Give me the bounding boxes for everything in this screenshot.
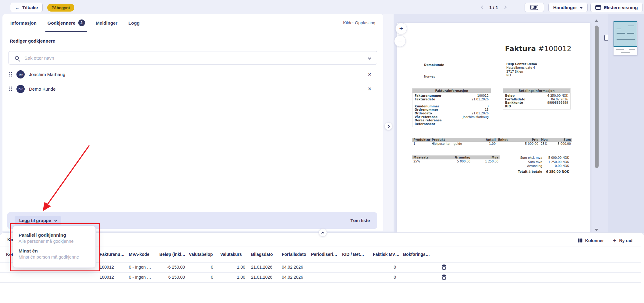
- remove-approver-icon[interactable]: ✕: [368, 86, 372, 92]
- tab-label: Informasjon: [10, 20, 37, 26]
- cell-mva-kode: 0 - Ingen …: [129, 265, 151, 270]
- topbar: ← Tilbake Påbegynt 1 / 1 Handlinger: [0, 0, 644, 14]
- approvers-panel: Informasjon Godkjennere 2 Meldinger Logg…: [2, 14, 383, 231]
- supplier-country: NO: [506, 74, 537, 77]
- invoice-info-box: Fakturainformasjon Fakturanummer100012 F…: [412, 88, 491, 127]
- info-value: 21.01.2026: [472, 112, 489, 115]
- approver-row: JM Joachim Marhaug ✕: [5, 67, 381, 82]
- page-navigation: 1 / 1: [481, 3, 506, 12]
- zoom-in-button[interactable]: +: [395, 23, 407, 34]
- tab-bar: Informasjon Godkjennere 2 Meldinger Logg…: [2, 14, 383, 32]
- search-input[interactable]: [24, 55, 363, 61]
- drag-handle-icon[interactable]: [9, 86, 12, 91]
- option-title: Parallell godkjenning: [19, 232, 90, 238]
- vat-table: Mva-sats Grunnlag Mva 25% 5 000,00 1 250…: [412, 155, 500, 163]
- tab-informasjon[interactable]: Informasjon: [10, 14, 37, 32]
- cell-belop: 6 250,00: [151, 275, 185, 280]
- tab-meldinger[interactable]: Meldinger: [96, 14, 118, 32]
- column-header: Valutakurs: [220, 252, 242, 257]
- info-value: 3: [487, 105, 489, 108]
- invoice-lines-table: Produktnr Produkt Antall Enhet Pris Mva …: [412, 138, 572, 146]
- payment-label: KID: [505, 105, 511, 108]
- info-value: 100012: [477, 94, 489, 98]
- thumbnail-strip: [608, 14, 644, 233]
- cell-forfallsdato: 04.02.2026: [282, 275, 303, 280]
- cell-valutakurs: 1,00: [222, 265, 245, 270]
- scrollbar-thumb[interactable]: [595, 26, 599, 168]
- new-row-button[interactable]: + Ny rad: [613, 238, 632, 243]
- column-header: Forfallsdato: [282, 252, 306, 257]
- customer-country: Norway: [424, 75, 444, 78]
- info-box-title: Fakturainformasjon: [412, 89, 491, 93]
- cell-mva-kode: 0 - Ingen …: [129, 275, 151, 280]
- external-window-icon: [595, 5, 601, 10]
- cell: 5 000,00: [553, 142, 572, 146]
- keyboard-icon: [530, 5, 538, 10]
- info-label: Vår referanse: [415, 115, 437, 119]
- accounting-panel: Kontering Kolonner + Ny rad Kont… Faktur…: [0, 233, 644, 303]
- cell-bilagsdato: 21.01.2026: [251, 265, 272, 270]
- ekstern-visning-label: Ekstern visning: [604, 5, 638, 10]
- delete-row-button[interactable]: [442, 274, 446, 281]
- back-label: Tilbake: [22, 5, 38, 10]
- document-scrollbar: [594, 18, 599, 231]
- columns-button[interactable]: Kolonner: [578, 238, 604, 243]
- scroll-up-icon[interactable]: [595, 19, 598, 22]
- cell: 1 250,00: [472, 159, 500, 163]
- col-header: Produktnr: [412, 138, 430, 142]
- dropdown-option-parallell[interactable]: Parallell godkjenning Alle personer må g…: [13, 230, 95, 246]
- cell-faktisk-mva: 0: [377, 275, 396, 280]
- col-header: Grunnlag: [437, 155, 472, 159]
- approver-name: Demo Kunde: [29, 86, 56, 92]
- option-title: Minst én: [19, 248, 90, 254]
- approver-search: [9, 51, 377, 64]
- delete-row-button[interactable]: [442, 264, 446, 271]
- tab-godkjennere[interactable]: Godkjennere 2: [48, 14, 85, 32]
- zoom-out-button[interactable]: −: [394, 35, 406, 47]
- collapse-panel-button[interactable]: [319, 228, 327, 237]
- cell: 25%: [540, 142, 553, 146]
- payment-value: 99998899999: [547, 101, 568, 105]
- scroll-down-icon[interactable]: [595, 229, 598, 231]
- app-root: ← Tilbake Påbegynt 1 / 1 Handlinger: [0, 0, 644, 303]
- chevron-down-icon[interactable]: [368, 56, 371, 59]
- add-group-button[interactable]: Legg til gruppe: [15, 216, 61, 225]
- ekstern-visning-button[interactable]: Ekstern visning: [590, 3, 643, 12]
- document-viewer: + − Faktura #100012 Demokunde Norway Hel…: [394, 14, 644, 233]
- col-header: Mva: [472, 155, 500, 159]
- trash-icon: [442, 274, 446, 280]
- vat-header-row: Mva-sats Grunnlag Mva: [412, 155, 500, 159]
- keyboard-shortcuts-button[interactable]: [525, 3, 544, 12]
- dropdown-option-minst-en[interactable]: Minst én Minst én person må godkjenne: [13, 246, 95, 262]
- expand-panel-button[interactable]: [384, 122, 392, 130]
- next-page-icon[interactable]: [503, 5, 507, 9]
- cell: 5 000,00: [437, 159, 472, 163]
- invoice-title-word: Faktura: [505, 45, 536, 53]
- back-arrow-icon: ←: [15, 5, 19, 10]
- back-button[interactable]: ← Tilbake: [10, 3, 43, 12]
- add-group-label: Legg til gruppe: [19, 218, 51, 223]
- cell: Hjelpesenter - guide: [430, 142, 482, 146]
- payment-value: 04.02.2026: [551, 98, 568, 101]
- clear-list-button[interactable]: Tøm liste: [350, 218, 370, 223]
- cell-fakturanr: 100012: [100, 265, 114, 270]
- prev-page-icon[interactable]: [481, 5, 484, 9]
- minus-icon: −: [398, 38, 402, 44]
- handlinger-button[interactable]: Handlinger: [548, 3, 588, 12]
- table-toolbar: Kolonner + Ny rad: [578, 238, 632, 243]
- info-value: 13: [485, 108, 489, 112]
- payment-label: Forfallsdato: [505, 98, 525, 101]
- tab-label: Meldinger: [96, 20, 118, 26]
- remove-approver-icon[interactable]: ✕: [368, 71, 372, 77]
- column-header: Periodiseri…: [311, 252, 337, 257]
- supplier-postal: 3717 Skien: [506, 70, 537, 74]
- source-label: Kilde: Opplasting: [343, 20, 375, 25]
- column-header: Fakturanu…: [100, 252, 125, 257]
- page-thumbnail[interactable]: [614, 21, 637, 55]
- tab-logg[interactable]: Logg: [128, 14, 140, 32]
- cell: 25%: [412, 159, 437, 163]
- drag-handle-icon[interactable]: [9, 72, 12, 77]
- customer-name: Demokunde: [424, 63, 444, 67]
- approver-name: Joachim Marhaug: [29, 72, 65, 77]
- total-value: 1 250,00 NOK: [542, 160, 569, 164]
